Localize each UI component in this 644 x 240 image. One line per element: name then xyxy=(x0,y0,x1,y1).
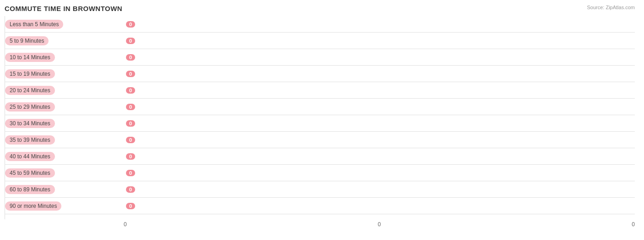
bar-label-text: 20 to 24 Minutes xyxy=(5,86,55,95)
bar-row: 20 to 24 Minutes0 xyxy=(5,82,635,99)
bar-value-wrap: 0 xyxy=(124,99,635,115)
bar-label-text: 25 to 29 Minutes xyxy=(5,102,55,112)
bar-value-label: 0 xyxy=(126,71,135,77)
chart-area: Less than 5 Minutes05 to 9 Minutes010 to… xyxy=(5,16,635,219)
bar-label-wrap: 30 to 34 Minutes xyxy=(5,119,124,128)
bar-label-wrap: 10 to 14 Minutes xyxy=(5,53,124,62)
x-axis: 000 xyxy=(124,219,635,228)
chart-title: COMMUTE TIME IN BROWNTOWN xyxy=(5,5,635,12)
bar-label-text: 45 to 59 Minutes xyxy=(5,168,55,178)
bar-row: 10 to 14 Minutes0 xyxy=(5,49,635,66)
bar-row: 5 to 9 Minutes0 xyxy=(5,33,635,49)
bar-label-text: 15 to 19 Minutes xyxy=(5,69,55,78)
bar-value-wrap: 0 xyxy=(124,181,635,197)
bar-label-text: 30 to 34 Minutes xyxy=(5,119,55,128)
bar-value-label: 0 xyxy=(126,21,135,28)
bar-label-wrap: 20 to 24 Minutes xyxy=(5,86,124,95)
bar-value-wrap: 0 xyxy=(124,148,635,164)
bar-label-text: 35 to 39 Minutes xyxy=(5,135,55,145)
bar-value-wrap: 0 xyxy=(124,132,635,148)
bar-label-wrap: 5 to 9 Minutes xyxy=(5,36,124,45)
bar-label-text: 40 to 44 Minutes xyxy=(5,152,55,161)
bar-value-label: 0 xyxy=(126,170,135,176)
bar-value-wrap: 0 xyxy=(124,165,635,181)
bar-label-wrap: 15 to 19 Minutes xyxy=(5,69,124,78)
chart-container: COMMUTE TIME IN BROWNTOWN Source: ZipAtl… xyxy=(0,0,644,240)
bar-value-label: 0 xyxy=(126,186,135,193)
bar-value-label: 0 xyxy=(126,203,135,209)
bar-label-wrap: 45 to 59 Minutes xyxy=(5,168,124,178)
source-label: Source: ZipAtlas.com xyxy=(587,5,635,10)
bar-value-label: 0 xyxy=(126,54,135,61)
bar-label-text: 60 to 89 Minutes xyxy=(5,185,55,194)
x-axis-tick: 0 xyxy=(294,221,464,228)
bar-value-wrap: 0 xyxy=(124,115,635,131)
bar-row: 25 to 29 Minutes0 xyxy=(5,99,635,115)
bar-value-label: 0 xyxy=(126,38,135,44)
bar-value-wrap: 0 xyxy=(124,66,635,82)
bar-label-wrap: 40 to 44 Minutes xyxy=(5,152,124,161)
bar-label-text: 10 to 14 Minutes xyxy=(5,53,55,62)
bar-value-label: 0 xyxy=(126,137,135,143)
bar-label-wrap: 90 or more Minutes xyxy=(5,201,124,211)
x-axis-tick: 0 xyxy=(464,221,635,228)
bar-value-label: 0 xyxy=(126,87,135,94)
bar-value-wrap: 0 xyxy=(124,33,635,49)
bar-value-wrap: 0 xyxy=(124,82,635,98)
bar-value-wrap: 0 xyxy=(124,49,635,65)
bar-label-wrap: 60 to 89 Minutes xyxy=(5,185,124,194)
bar-label-wrap: 35 to 39 Minutes xyxy=(5,135,124,145)
x-axis-tick: 0 xyxy=(124,221,294,228)
bar-row: 45 to 59 Minutes0 xyxy=(5,165,635,181)
bar-row: Less than 5 Minutes0 xyxy=(5,16,635,33)
bar-value-label: 0 xyxy=(126,153,135,160)
bar-value-label: 0 xyxy=(126,120,135,127)
bar-row: 40 to 44 Minutes0 xyxy=(5,148,635,165)
bar-label-text: 5 to 9 Minutes xyxy=(5,36,49,45)
bar-row: 90 or more Minutes0 xyxy=(5,198,635,214)
bar-row: 60 to 89 Minutes0 xyxy=(5,181,635,198)
bar-row: 35 to 39 Minutes0 xyxy=(5,132,635,148)
bar-label-text: 90 or more Minutes xyxy=(5,201,61,211)
bar-label-wrap: 25 to 29 Minutes xyxy=(5,102,124,112)
bar-label-text: Less than 5 Minutes xyxy=(5,20,63,29)
bar-row: 15 to 19 Minutes0 xyxy=(5,66,635,82)
bar-value-wrap: 0 xyxy=(124,16,635,32)
bar-value-label: 0 xyxy=(126,104,135,110)
bar-value-wrap: 0 xyxy=(124,198,635,214)
bar-label-wrap: Less than 5 Minutes xyxy=(5,20,124,29)
bar-row: 30 to 34 Minutes0 xyxy=(5,115,635,132)
